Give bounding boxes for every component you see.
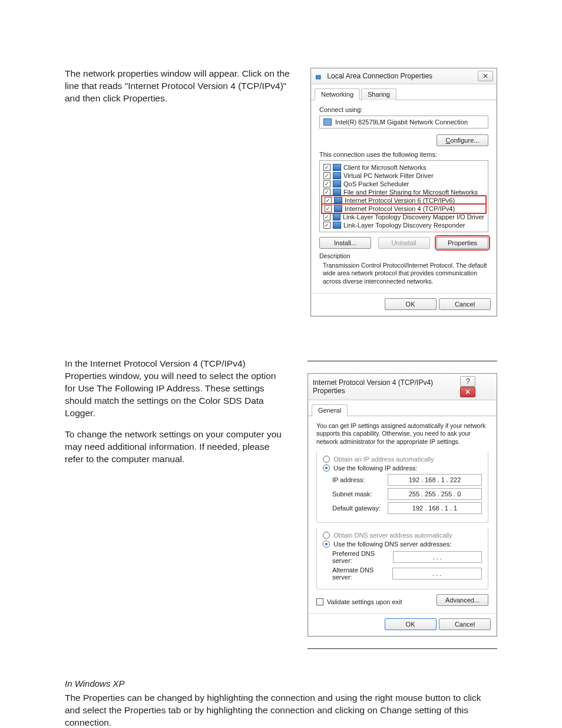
radio-obtain-ip-auto[interactable]: Obtain an IP address automatically — [323, 456, 482, 463]
subnet-mask-field[interactable]: 255 . 255 . 255 . 0 — [388, 488, 482, 500]
separator-line — [308, 648, 497, 649]
dialog-title: Local Area Connection Properties — [327, 72, 432, 80]
subnet-mask-label: Subnet mask: — [332, 490, 372, 498]
description-heading: Description — [319, 252, 488, 261]
radio-obtain-dns-auto: Obtain DNS server address automatically — [323, 532, 482, 539]
ok-button[interactable]: OK — [385, 618, 437, 630]
alternate-dns-label: Alternate DNS server: — [332, 566, 392, 581]
instruction-paragraph-3: To change the network settings on your c… — [65, 429, 287, 466]
configure-button[interactable]: Configure... — [437, 134, 488, 146]
default-gateway-field[interactable]: 192 . 168 . 1 . 1 — [388, 502, 482, 514]
list-item[interactable]: ✓Link-Layer Topology Discovery Responder — [321, 221, 487, 229]
validate-checkbox[interactable]: Validate settings upon exit — [316, 598, 402, 605]
tab-networking[interactable]: Networking — [315, 88, 360, 100]
list-item[interactable]: ✓File and Printer Sharing for Microsoft … — [321, 188, 487, 196]
ipv4-intro-text: You can get IP settings assigned automat… — [316, 422, 488, 446]
svg-rect-0 — [316, 75, 320, 79]
tab-general[interactable]: General — [312, 404, 348, 416]
local-area-connection-dialog: Local Area Connection Properties ✕ Netwo… — [310, 68, 497, 317]
list-item[interactable]: ✓Client for Microsoft Networks — [321, 163, 487, 172]
uninstall-button[interactable]: Uninstall — [378, 237, 430, 249]
advanced-button[interactable]: Advanced... — [437, 594, 488, 606]
connect-using-label: Connect using: — [319, 106, 488, 113]
description-text: Transmission Control Protocol/Internet P… — [319, 261, 488, 286]
install-button[interactable]: Install... — [319, 237, 371, 249]
close-icon[interactable]: ✕ — [478, 71, 493, 81]
ipv4-properties-dialog: Internet Protocol Version 4 (TCP/IPv4) P… — [308, 373, 497, 637]
help-icon[interactable]: ? — [460, 376, 475, 387]
preferred-dns-field[interactable]: . . . — [393, 551, 482, 563]
dialog-title: Internet Protocol Version 4 (TCP/IPv4) P… — [313, 378, 458, 395]
list-item[interactable]: ✓Virtual PC Network Filter Driver — [321, 172, 487, 180]
list-item[interactable]: ✓Link-Layer Topology Discovery Mapper I/… — [321, 213, 487, 221]
preferred-dns-label: Preferred DNS server: — [332, 550, 393, 564]
alternate-dns-field[interactable]: . . . — [392, 568, 482, 579]
windows-xp-heading: In Windows XP — [65, 678, 497, 689]
connection-items-list[interactable]: ✓Client for Microsoft Networks ✓Virtual … — [319, 160, 488, 232]
tab-sharing[interactable]: Sharing — [361, 88, 396, 100]
cancel-button[interactable]: Cancel — [439, 618, 491, 630]
ip-address-field[interactable]: 192 . 168 . 1 . 222 — [388, 474, 482, 486]
network-adapter-box: Intel(R) 82579LM Gigabit Network Connect… — [319, 116, 488, 129]
properties-button[interactable]: Properties — [437, 237, 488, 249]
radio-use-following-dns[interactable]: Use the following DNS server addresses: — [323, 541, 482, 548]
network-adapter-name: Intel(R) 82579LM Gigabit Network Connect… — [335, 118, 468, 126]
ok-button[interactable]: OK — [385, 298, 437, 310]
separator-line — [308, 361, 497, 361]
default-gateway-label: Default gateway: — [332, 505, 381, 512]
list-item[interactable]: ✓QoS Packet Scheduler — [321, 180, 487, 188]
windows-xp-paragraph: The Properties can be changed by highlig… — [65, 692, 497, 728]
radio-use-following-ip[interactable]: Use the following IP address: — [323, 465, 482, 472]
dialog-icon — [316, 74, 322, 80]
close-icon[interactable]: ✕ — [460, 387, 475, 397]
instruction-paragraph-1: The network properties window will appea… — [65, 68, 290, 317]
instruction-paragraph-2: In the Internet Protocol Version 4 (TCP/… — [65, 358, 287, 420]
ip-address-label: IP address: — [332, 476, 365, 483]
cancel-button[interactable]: Cancel — [439, 298, 491, 310]
uses-items-label: This connection uses the following items… — [319, 151, 488, 158]
nic-icon — [323, 118, 332, 126]
